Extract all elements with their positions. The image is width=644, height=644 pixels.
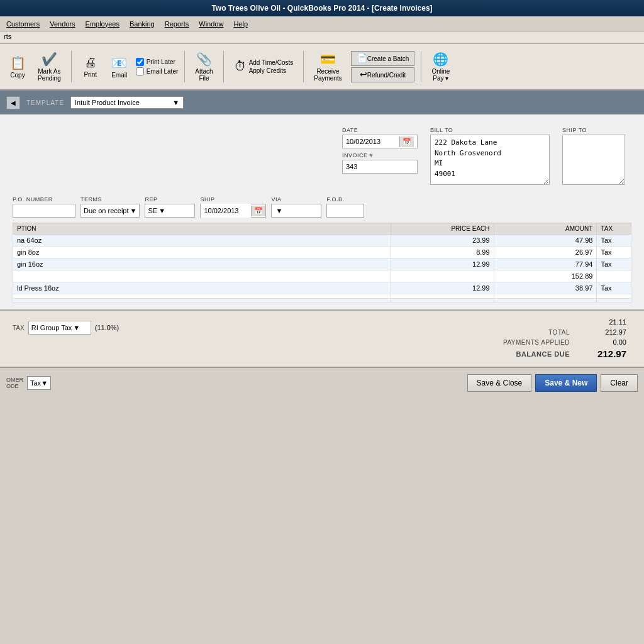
customer-tax-code-dropdown[interactable]: Tax ▼ <box>27 376 51 390</box>
ship-to-field-group: SHIP TO <box>562 127 625 185</box>
fob-input[interactable] <box>326 204 364 218</box>
payments-applied-row: PAYMENTS APPLIED 0.00 <box>488 338 626 346</box>
add-time-costs-button[interactable]: ⏱ Add Time/Costs Apply Credits <box>230 57 297 77</box>
date-calendar-icon[interactable]: 📅 <box>399 136 414 147</box>
receive-icon: 💳 <box>320 52 336 67</box>
online-pay-button[interactable]: 🌐 OnlinePay ▾ <box>428 50 453 84</box>
item-price[interactable]: 12.99 <box>391 282 494 294</box>
item-price[interactable]: 23.99 <box>391 235 494 247</box>
table-row: na 64oz23.9947.98Tax <box>13 235 631 247</box>
invoice-bottom: TAX RI Group Tax ▼ (11.0%) 21.11 TOTAL 2… <box>0 309 644 367</box>
email-later-checkbox[interactable] <box>136 67 144 75</box>
invoice-num-input[interactable] <box>342 160 418 174</box>
menu-customers[interactable]: Customers <box>1 19 45 29</box>
item-amount: 77.94 <box>494 258 597 270</box>
menu-bar: Customers Vendors Employees Banking Repo… <box>0 16 644 31</box>
col-header-price: PRICE EACH <box>391 223 494 235</box>
mark-as-pending-button[interactable]: ✔️ Mark AsPending <box>34 50 65 84</box>
footer-left: OMER ODE Tax ▼ <box>6 376 51 390</box>
copy-button[interactable]: 📋 Copy <box>5 53 30 80</box>
rep-dropdown[interactable]: SE ▼ <box>145 204 195 218</box>
item-tax[interactable]: Tax <box>597 282 631 294</box>
template-dropdown[interactable]: Intuit Product Invoice ▼ <box>70 96 184 109</box>
item-tax[interactable] <box>597 294 631 299</box>
table-row <box>13 294 631 299</box>
tax-summary-row: 21.11 <box>488 318 626 326</box>
po-number-field: P.O. NUMBER <box>13 196 75 218</box>
save-new-button[interactable]: Save & New <box>535 374 597 392</box>
menu-help[interactable]: Help <box>228 19 253 29</box>
menu-window[interactable]: Window <box>194 19 228 29</box>
menu-vendors[interactable]: Vendors <box>45 19 80 29</box>
item-price[interactable]: 8.99 <box>391 247 494 258</box>
invoice-header: DATE 📅 INVOICE # BILL TO 222 Dakota Lane… <box>13 121 631 191</box>
item-price[interactable] <box>391 299 494 303</box>
item-description[interactable]: ld Press 16oz <box>13 282 391 294</box>
terms-dropdown-arrow: ▼ <box>130 207 137 214</box>
summary-area: 21.11 TOTAL 212.97 PAYMENTS APPLIED 0.00… <box>488 318 631 359</box>
main-content: DATE 📅 INVOICE # BILL TO 222 Dakota Lane… <box>0 114 644 309</box>
item-description[interactable] <box>13 299 391 303</box>
save-close-button[interactable]: Save & Close <box>467 374 532 392</box>
item-tax[interactable]: Tax <box>597 235 631 247</box>
item-price[interactable]: 12.99 <box>391 258 494 270</box>
email-button[interactable]: 📧 Email <box>107 53 132 80</box>
item-amount: 47.98 <box>494 235 597 247</box>
pending-icon: ✔️ <box>42 52 57 67</box>
via-dropdown[interactable]: ▼ <box>271 204 321 218</box>
tax-dropdown[interactable]: RI Group Tax ▼ <box>28 321 91 335</box>
ship-calendar-icon[interactable]: 📅 <box>251 206 265 216</box>
receive-payments-button[interactable]: 💳 ReceivePayments <box>310 50 345 84</box>
template-prev-button[interactable]: ◀ <box>6 96 20 109</box>
date-input[interactable] <box>343 136 399 147</box>
col-header-amount: AMOUNT <box>494 223 597 235</box>
via-field: VIA ▼ <box>271 196 321 218</box>
table-row <box>13 299 631 303</box>
batch-icon: 📄 <box>357 53 367 63</box>
title-bar: Two Trees Olive Oil - QuickBooks Pro 201… <box>0 0 644 16</box>
terms-field: TERMS Due on receipt ▼ <box>80 196 140 218</box>
po-number-input[interactable] <box>13 204 75 218</box>
col-header-tax: TAX <box>597 223 631 235</box>
item-tax[interactable]: Tax <box>597 258 631 270</box>
menu-employees[interactable]: Employees <box>80 19 125 29</box>
refund-credit-button[interactable]: ↩ Refund/Credit <box>351 67 415 82</box>
breadcrumb: rts <box>0 31 644 44</box>
time-icon: ⏱ <box>234 59 247 74</box>
toolbar-separator-2 <box>184 51 185 82</box>
footer-right: Save & Close Save & New Clear <box>467 374 638 392</box>
toolbar: 📋 Copy ✔️ Mark AsPending 🖨 Print 📧 Email… <box>0 44 644 91</box>
items-table: PTION PRICE EACH AMOUNT TAX na 64oz23.99… <box>13 223 631 303</box>
balance-due-row: BALANCE DUE 212.97 <box>488 348 626 359</box>
item-tax[interactable] <box>597 270 631 282</box>
print-later-checkbox[interactable] <box>136 58 144 66</box>
item-description[interactable]: gin 16oz <box>13 258 391 270</box>
clear-button[interactable]: Clear <box>601 374 638 392</box>
total-row: TOTAL 212.97 <box>488 328 626 336</box>
toolbar-separator-3 <box>223 51 224 82</box>
ship-to-input[interactable] <box>562 135 625 185</box>
menu-reports[interactable]: Reports <box>160 19 194 29</box>
item-description[interactable] <box>13 270 391 282</box>
attach-file-button[interactable]: 📎 AttachFile <box>191 50 216 84</box>
ship-date-wrapper: 📅 <box>200 204 266 218</box>
item-description[interactable]: gin 8oz <box>13 247 391 258</box>
item-tax[interactable] <box>597 299 631 303</box>
ship-date-input[interactable] <box>201 204 251 218</box>
table-row: ld Press 16oz12.9938.97Tax <box>13 282 631 294</box>
terms-dropdown[interactable]: Due on receipt ▼ <box>80 204 140 218</box>
item-description[interactable]: na 64oz <box>13 235 391 247</box>
bill-to-input[interactable]: 222 Dakota Lane North Grosvenord MI 4900… <box>430 135 550 185</box>
invoice-num-field-group: INVOICE # <box>342 152 418 174</box>
item-price[interactable] <box>391 270 494 282</box>
menu-banking[interactable]: Banking <box>125 19 160 29</box>
item-tax[interactable]: Tax <box>597 247 631 258</box>
bill-to-field-group: BILL TO 222 Dakota Lane North Grosvenord… <box>430 127 550 185</box>
item-price[interactable] <box>391 294 494 299</box>
template-bar: ◀ TEMPLATE Intuit Product Invoice ▼ <box>0 91 644 114</box>
fob-field: F.O.B. <box>326 196 364 218</box>
item-description[interactable] <box>13 294 391 299</box>
create-batch-button[interactable]: 📄 Create a Batch <box>351 51 415 66</box>
print-button[interactable]: 🖨 Print <box>78 53 103 80</box>
ship-field: SHIP 📅 <box>200 196 266 218</box>
